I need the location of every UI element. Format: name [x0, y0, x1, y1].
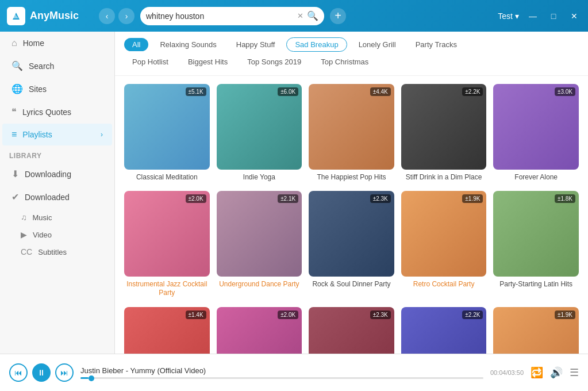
sidebar-sub-label-subtitles: Subtitles	[38, 248, 67, 256]
playlist-title-8: Rock & Soul Dinner Party	[309, 280, 394, 289]
playlist-title-7: Underground Dance Party	[217, 280, 302, 289]
search-input[interactable]	[146, 12, 294, 21]
playlist-card-8[interactable]: ±2.3K Rock & Soul Dinner Party	[309, 191, 394, 298]
playlist-title-10: Party-Starting Latin Hits	[493, 280, 579, 289]
app-header: AnyMusic ‹ › ✕ 🔍 + Test ▾ — □ ✕	[0, 0, 588, 32]
search-clear-icon[interactable]: ✕	[297, 12, 303, 20]
playlist-title-2: Indie Yoga	[217, 173, 302, 182]
sidebar-item-downloaded[interactable]: ✔ Downloaded	[2, 186, 112, 208]
sidebar-item-home[interactable]: ⌂ Home	[2, 32, 112, 54]
sidebar-sub-music[interactable]: ♫ Music	[0, 209, 114, 226]
playlist-title-1: Classical Meditation	[124, 173, 210, 182]
sidebar-label-sites: Sites	[29, 85, 47, 94]
playlist-card-15[interactable]: ±1.9K Midnight Melancholy	[493, 307, 579, 354]
filter-christmas[interactable]: Top Christmas	[313, 55, 376, 68]
playlist-count-12: ±2.0K	[278, 310, 298, 319]
playlist-card-6[interactable]: ±2.0K Instrumental Jazz Cocktail Party	[124, 191, 210, 298]
sidebar-item-lyrics[interactable]: ❝ Lyrics Quotes	[2, 101, 112, 123]
add-tab-button[interactable]: +	[330, 8, 346, 24]
search-bar: ✕ 🔍	[140, 7, 324, 25]
playlist-title-4: Stiff Drink in a Dim Place	[401, 173, 487, 182]
queue-button[interactable]: ☰	[570, 366, 579, 379]
progress-dot	[89, 375, 94, 381]
playlist-card-4[interactable]: ±2.2K Stiff Drink in a Dim Place	[401, 84, 487, 182]
playlist-card-14[interactable]: ±2.2K Another Lonely Night	[401, 307, 487, 354]
filter-top2019[interactable]: Top Songs 2019	[239, 55, 309, 68]
playlists-chevron-icon: ›	[101, 131, 103, 139]
sidebar-label-lyrics: Lyrics Quotes	[22, 108, 71, 117]
playlist-grid: ±5.1K Classical Meditation ±6.0K Indie Y…	[115, 76, 588, 354]
filter-happy[interactable]: Happy Stuff	[228, 38, 283, 51]
filter-party[interactable]: Party Tracks	[408, 38, 465, 51]
repeat-button[interactable]: 🔁	[531, 366, 543, 379]
close-button[interactable]: ✕	[567, 9, 581, 23]
filter-relaxing[interactable]: Relaxing Sounds	[152, 38, 224, 51]
playlist-card-11[interactable]: ±1.4K Punk Party	[124, 307, 210, 354]
filter-all[interactable]: All	[124, 38, 148, 51]
next-button[interactable]: ⏭	[55, 363, 74, 382]
filter-pop[interactable]: Pop Hotlist	[124, 55, 176, 68]
sidebar-item-playlists[interactable]: ≡ Playlists ›	[2, 124, 112, 145]
downloaded-icon: ✔	[11, 191, 19, 202]
playlist-thumb-15: ±1.9K	[493, 307, 579, 354]
playlist-thumb-5: ±3.0K	[493, 84, 579, 170]
playlist-count-8: ±2.3K	[370, 194, 391, 203]
progress-fill	[80, 377, 89, 379]
music-icon: ♫	[21, 213, 27, 222]
time-current: 00:04	[490, 369, 506, 376]
sidebar-item-downloading[interactable]: ⬇ Downloading	[2, 163, 112, 185]
playlist-card-1[interactable]: ±5.1K Classical Meditation	[124, 84, 210, 182]
playlist-card-3[interactable]: ±4.4K The Happiest Pop Hits	[309, 84, 394, 182]
pause-button[interactable]: ⏸	[32, 363, 51, 382]
playlist-title-6: Instrumental Jazz Cocktail Party	[124, 280, 210, 298]
sites-icon: 🌐	[11, 83, 23, 94]
lyrics-icon: ❝	[11, 106, 17, 117]
sidebar-sub-video[interactable]: ▶ Video	[0, 226, 114, 243]
playlist-card-9[interactable]: ±1.9K Retro Cocktail Party	[401, 191, 487, 298]
maximize-button[interactable]: □	[547, 9, 560, 23]
playlist-count-13: ±2.3K	[370, 310, 391, 319]
playlist-thumb-9: ±1.9K	[401, 191, 487, 277]
filter-bar: AllRelaxing SoundsHappy StuffSad Breakup…	[115, 32, 588, 76]
playlist-thumb-1: ±5.1K	[124, 84, 210, 170]
filter-row-2: Pop HotlistBiggest HitsTop Songs 2019Top…	[124, 55, 579, 68]
user-menu-button[interactable]: Test ▾	[498, 12, 519, 21]
nav-back-button[interactable]: ‹	[99, 8, 115, 24]
playlist-card-12[interactable]: ±2.0K Family Approved Reggaeton Party	[217, 307, 302, 354]
playlist-title-3: The Happiest Pop Hits	[309, 173, 394, 182]
nav-forward-button[interactable]: ›	[118, 8, 134, 24]
playlist-count-11: ±1.4K	[186, 310, 206, 319]
filter-sad[interactable]: Sad Breakup	[286, 37, 347, 52]
player-time: 00:04/03:50	[490, 369, 524, 376]
prev-button[interactable]: ⏮	[9, 363, 28, 382]
playlists-icon: ≡	[11, 129, 17, 140]
minimize-button[interactable]: —	[526, 9, 540, 23]
player-title: Justin Bieber - Yummy (Official Video)	[80, 366, 483, 375]
playlist-thumb-3: ±4.4K	[309, 84, 394, 170]
subtitles-icon: CC	[21, 247, 32, 256]
playlist-count-5: ±3.0K	[555, 87, 575, 96]
playlist-card-13[interactable]: ±2.3K One is the Loneliest Number	[309, 307, 394, 354]
playlist-count-14: ±2.2K	[462, 310, 483, 319]
sidebar-sub-subtitles[interactable]: CC Subtitles	[0, 243, 114, 260]
sidebar-item-sites[interactable]: 🌐 Sites	[2, 78, 112, 100]
sidebar-sub-label-music: Music	[33, 213, 52, 222]
app-name: AnyMusic	[30, 10, 79, 22]
nav-buttons: ‹ ›	[99, 8, 134, 24]
sidebar: ⌂ Home 🔍 Search 🌐 Sites ❝ Lyrics Quotes …	[0, 32, 115, 354]
filter-biggest[interactable]: Biggest Hits	[180, 55, 236, 68]
playlist-count-3: ±4.4K	[370, 87, 391, 96]
playlist-count-1: ±5.1K	[186, 87, 206, 96]
filter-lonely[interactable]: Lonely Grill	[351, 38, 404, 51]
playlist-card-10[interactable]: ±1.8K Party-Starting Latin Hits	[493, 191, 579, 298]
volume-button[interactable]: 🔊	[550, 366, 563, 379]
search-submit-icon[interactable]: 🔍	[307, 10, 318, 21]
time-total: 03:50	[508, 369, 524, 376]
sidebar-item-search[interactable]: 🔍 Search	[2, 55, 112, 77]
main-layout: ⌂ Home 🔍 Search 🌐 Sites ❝ Lyrics Quotes …	[0, 32, 588, 354]
playlist-card-5[interactable]: ±3.0K Forever Alone	[493, 84, 579, 182]
playlist-card-7[interactable]: ±2.1K Underground Dance Party	[217, 191, 302, 298]
playlist-card-2[interactable]: ±6.0K Indie Yoga	[217, 84, 302, 182]
playlist-count-9: ±1.9K	[462, 194, 483, 203]
progress-bar[interactable]	[80, 377, 483, 379]
